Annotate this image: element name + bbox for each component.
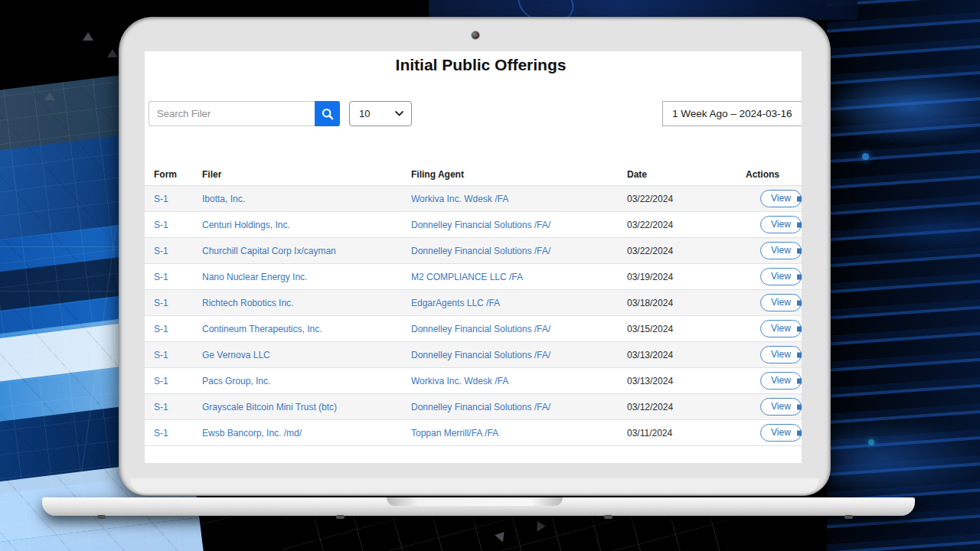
background-grid-lines: [283, 487, 727, 551]
date-cell: 03/11/2024: [627, 428, 746, 439]
webcam-icon: [472, 31, 479, 39]
laptop-foot: [844, 515, 853, 519]
agent-link[interactable]: Donnelley Financial Solutions /FA/: [411, 220, 550, 230]
date-range-button[interactable]: 1 Week Ago – 2024-03-16: [662, 101, 802, 126]
agent-link[interactable]: Donnelley Financial Solutions /FA/: [411, 402, 550, 412]
form-link[interactable]: S-1: [154, 376, 168, 386]
form-link[interactable]: S-1: [154, 428, 168, 439]
laptop-base-notch: [387, 497, 563, 506]
form-link[interactable]: S-1: [154, 402, 168, 412]
agent-link[interactable]: Toppan Merrill/FA /FA: [411, 428, 498, 439]
clipped-action-button[interactable]: [797, 222, 802, 227]
agent-link[interactable]: Workiva Inc. Wdesk /FA: [411, 194, 508, 204]
form-link[interactable]: S-1: [154, 350, 168, 360]
view-button[interactable]: View: [760, 398, 802, 415]
background-triangle: [83, 32, 93, 41]
form-link[interactable]: S-1: [154, 220, 168, 230]
page-title: Initial Public Offerings: [152, 56, 802, 74]
filer-link[interactable]: Ibotta, Inc.: [202, 194, 245, 204]
view-button[interactable]: View: [760, 190, 802, 207]
table-row: S-1 Pacs Group, Inc. Workiva Inc. Wdesk …: [145, 368, 802, 394]
search-input[interactable]: [149, 101, 315, 126]
agent-link[interactable]: EdgarAgents LLC /FA: [411, 298, 500, 308]
search-bar: [149, 101, 340, 126]
table-row: S-1 Contineum Therapeutics, Inc. Donnell…: [145, 316, 802, 342]
form-link[interactable]: S-1: [154, 246, 168, 256]
table-row: S-1 Centuri Holdings, Inc. Donnelley Fin…: [145, 212, 802, 238]
browser-page: Initial Public Offerings 10 1: [145, 51, 802, 463]
table-row: S-1 Richtech Robotics Inc. EdgarAgents L…: [145, 290, 802, 316]
agent-link[interactable]: Workiva Inc. Wdesk /FA: [411, 376, 508, 386]
clipped-action-button[interactable]: [797, 248, 802, 253]
laptop-foot: [604, 515, 612, 519]
clipped-action-button[interactable]: [797, 404, 802, 409]
header-actions: Actions: [746, 169, 802, 180]
search-button[interactable]: [315, 101, 340, 126]
date-cell: 03/22/2024: [627, 246, 746, 256]
clipped-action-button[interactable]: [797, 196, 802, 201]
laptop-foot: [336, 515, 345, 519]
agent-link[interactable]: M2 COMPLIANCE LLC /FA: [411, 272, 523, 282]
page-size-value: 10: [359, 108, 395, 119]
header-filer: Filer: [202, 169, 411, 180]
table-row: S-1 Ge Vernova LLC Donnelley Financial S…: [145, 342, 802, 368]
table-row: S-1 Ibotta, Inc. Workiva Inc. Wdesk /FA …: [145, 186, 802, 212]
agent-link[interactable]: Donnelley Financial Solutions /FA/: [411, 350, 550, 360]
view-button[interactable]: View: [760, 242, 802, 259]
clipped-action-button[interactable]: [797, 326, 802, 331]
view-button[interactable]: View: [760, 294, 802, 311]
background-node-dot: [862, 153, 869, 160]
form-link[interactable]: S-1: [154, 194, 168, 204]
form-link[interactable]: S-1: [154, 272, 168, 282]
background-node-dot: [868, 439, 874, 445]
view-button[interactable]: View: [760, 216, 802, 233]
table-row: S-1 Churchill Capital Corp Ix/cayman Don…: [145, 238, 802, 264]
date-cell: 03/22/2024: [627, 220, 746, 230]
filer-link[interactable]: Nano Nuclear Energy Inc.: [202, 272, 307, 282]
header-form: Form: [154, 169, 202, 180]
search-icon: [321, 107, 335, 121]
page-size-select[interactable]: 10: [349, 101, 412, 126]
laptop-frame: Initial Public Offerings 10 1: [119, 17, 831, 496]
date-cell: 03/12/2024: [627, 402, 746, 412]
laptop-base: [42, 497, 915, 516]
ipo-table: Form Filer Filing Agent Date Actions S-1…: [145, 163, 802, 446]
agent-link[interactable]: Donnelley Financial Solutions /FA/: [411, 246, 550, 256]
form-link[interactable]: S-1: [154, 324, 168, 334]
filer-link[interactable]: Contineum Therapeutics, Inc.: [202, 324, 322, 334]
clipped-action-button[interactable]: [797, 430, 802, 435]
date-cell: 03/13/2024: [627, 376, 746, 386]
filer-link[interactable]: Grayscale Bitcoin Mini Trust (btc): [202, 402, 337, 412]
filer-link[interactable]: Churchill Capital Corp Ix/cayman: [202, 246, 336, 256]
laptop-hinge: [130, 478, 819, 494]
background-blue-streaks: [827, 0, 980, 551]
clipped-action-button[interactable]: [797, 274, 802, 279]
view-button[interactable]: View: [760, 424, 802, 441]
view-button[interactable]: View: [760, 320, 802, 337]
view-button[interactable]: View: [760, 346, 802, 363]
date-cell: 03/18/2024: [627, 298, 746, 308]
clipped-action-button[interactable]: [797, 378, 802, 383]
date-cell: 03/22/2024: [627, 194, 746, 204]
date-range-label: 1 Week Ago – 2024-03-16: [672, 108, 792, 119]
filer-link[interactable]: Ge Vernova LLC: [202, 350, 270, 360]
view-button[interactable]: View: [760, 372, 802, 389]
date-cell: 03/19/2024: [627, 272, 746, 282]
filer-link[interactable]: Ewsb Bancorp, Inc. /md/: [202, 428, 302, 439]
view-button[interactable]: View: [760, 268, 802, 285]
header-date: Date: [627, 169, 746, 180]
agent-link[interactable]: Donnelley Financial Solutions /FA/: [411, 324, 550, 334]
clipped-action-button[interactable]: [797, 300, 802, 305]
laptop-foot: [97, 515, 106, 519]
clipped-action-button[interactable]: [797, 352, 802, 357]
date-cell: 03/15/2024: [627, 324, 746, 334]
form-link[interactable]: S-1: [154, 298, 168, 308]
background-triangle: [44, 92, 55, 100]
background-triangle: [107, 49, 118, 57]
table-header-row: Form Filer Filing Agent Date Actions: [145, 163, 802, 186]
filer-link[interactable]: Centuri Holdings, Inc.: [202, 220, 290, 230]
filer-link[interactable]: Richtech Robotics Inc.: [202, 298, 293, 308]
header-agent: Filing Agent: [411, 169, 627, 180]
filer-link[interactable]: Pacs Group, Inc.: [202, 376, 270, 386]
table-row: S-1 Ewsb Bancorp, Inc. /md/ Toppan Merri…: [145, 420, 802, 446]
